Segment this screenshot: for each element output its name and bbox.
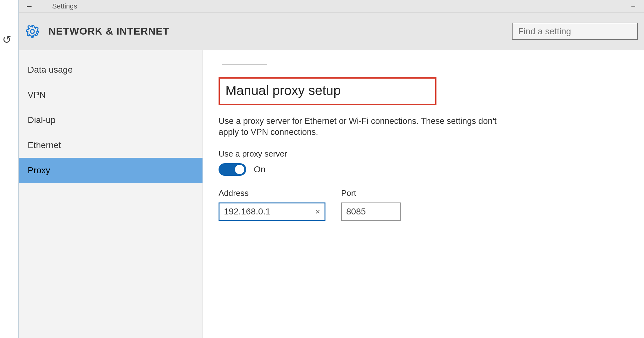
titlebar: ← Settings – — [19, 0, 644, 13]
page-title: NETWORK & INTERNET — [48, 25, 169, 37]
sidebar-item-ethernet[interactable]: Ethernet — [19, 133, 203, 158]
gear-icon — [25, 24, 40, 39]
section-description: Use a proxy server for Ethernet or Wi-Fi… — [219, 116, 502, 138]
port-input[interactable] — [346, 207, 396, 217]
use-proxy-toggle[interactable] — [219, 163, 246, 176]
settings-header: NETWORK & INTERNET — [19, 13, 644, 50]
content-pane: Manual proxy setup Use a proxy server fo… — [203, 50, 644, 338]
sidebar-item-data-usage[interactable]: Data usage — [19, 57, 203, 82]
highlight-box: Manual proxy setup — [219, 77, 436, 105]
port-label: Port — [341, 188, 401, 198]
use-proxy-label: Use a proxy server — [219, 149, 641, 159]
port-input-wrap — [341, 202, 401, 221]
window-title: Settings — [52, 2, 77, 10]
titlebar-dash: – — [631, 2, 638, 10]
toggle-state-label: On — [254, 164, 265, 175]
section-heading: Manual proxy setup — [225, 83, 341, 98]
browser-left-gutter: ↻ — [0, 0, 19, 338]
tab-indicator — [222, 63, 267, 65]
clear-icon[interactable]: × — [315, 207, 320, 217]
sidebar-item-proxy[interactable]: Proxy — [19, 158, 203, 183]
back-arrow-icon[interactable]: ← — [25, 1, 33, 11]
sidebar-item-dialup[interactable]: Dial-up — [19, 108, 203, 133]
search-input[interactable] — [518, 26, 631, 36]
address-label: Address — [219, 188, 325, 198]
sidebar: Data usage VPN Dial-up Ethernet Proxy — [19, 50, 203, 338]
settings-window: ← Settings – NETWORK & INTERNET Data usa… — [19, 0, 644, 338]
sidebar-item-vpn[interactable]: VPN — [19, 82, 203, 108]
search-container — [512, 23, 638, 40]
address-input[interactable] — [224, 207, 312, 217]
svg-point-0 — [31, 29, 34, 33]
refresh-icon[interactable]: ↻ — [3, 33, 11, 46]
toggle-knob — [235, 165, 244, 174]
address-input-wrap: × — [219, 202, 325, 221]
